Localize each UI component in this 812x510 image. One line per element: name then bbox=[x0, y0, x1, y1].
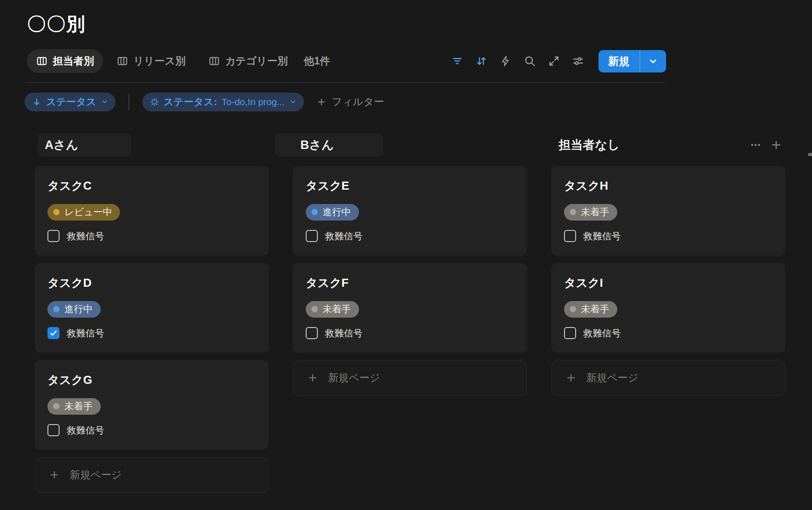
distress-checkbox-label: 救難信号 bbox=[67, 327, 104, 340]
toolbar-actions: 新規 bbox=[445, 50, 667, 72]
distress-checkbox[interactable] bbox=[564, 327, 576, 339]
filter-icon[interactable] bbox=[445, 51, 470, 71]
new-page-button[interactable]: 新規ページ bbox=[551, 360, 785, 396]
board-column: 担当者なし タスクH 未着手 救難信号 タスクI bbox=[551, 132, 785, 396]
task-title: タスクC bbox=[47, 178, 256, 194]
plus-icon bbox=[49, 469, 60, 480]
filter-divider bbox=[128, 94, 129, 110]
sort-pill-label: ステータス bbox=[46, 95, 96, 109]
view-toolbar: 担当者別 リリース別 カテゴリー別 他1件 bbox=[27, 49, 666, 73]
dots-icon bbox=[750, 139, 761, 151]
status-badge-label: 未着手 bbox=[581, 303, 609, 315]
distress-checkbox[interactable] bbox=[47, 424, 60, 436]
status-dot-icon bbox=[570, 209, 576, 215]
task-title: タスクI bbox=[564, 275, 773, 291]
board: Aさん タスクC レビュー中 救難信号 タスクD bbox=[0, 111, 812, 493]
column-header: 担当者なし bbox=[551, 132, 785, 158]
status-filter-prefix: ステータス: bbox=[164, 95, 217, 109]
sort-pill[interactable]: ステータス bbox=[25, 93, 115, 111]
page-header: 〇〇別 担当者別 リリース別 カテゴリー別 他1件 bbox=[0, 0, 812, 73]
board-column: Bさん タスクE 進行中 救難信号 タスクF bbox=[293, 132, 527, 396]
column-title: Bさん bbox=[275, 133, 383, 157]
add-filter-button[interactable]: フィルター bbox=[316, 95, 384, 109]
search-icon[interactable] bbox=[518, 51, 542, 71]
status-badge[interactable]: 未着手 bbox=[564, 301, 617, 318]
column-actions bbox=[747, 137, 785, 153]
distress-checkbox-label: 救難信号 bbox=[583, 327, 621, 340]
view-tabs: 担当者別 リリース別 カテゴリー別 bbox=[27, 49, 297, 73]
column-title: Aさん bbox=[38, 133, 131, 157]
status-dot-icon bbox=[570, 306, 576, 312]
distress-checkbox[interactable] bbox=[306, 327, 318, 339]
new-page-button[interactable]: 新規ページ bbox=[293, 360, 527, 396]
new-page-label: 新規ページ bbox=[70, 468, 122, 482]
distress-checkbox-label: 救難信号 bbox=[67, 424, 104, 437]
column-more-icon[interactable] bbox=[747, 137, 765, 153]
board-page: 〇〇別 担当者別 リリース別 カテゴリー別 他1件 bbox=[0, 0, 812, 510]
status-dot-icon bbox=[53, 209, 60, 215]
status-badge-label: 進行中 bbox=[323, 206, 351, 218]
status-dot-icon bbox=[312, 306, 318, 312]
plus-icon bbox=[307, 372, 318, 383]
checkbox-row: 救難信号 bbox=[47, 424, 256, 437]
view-tab-label: 担当者別 bbox=[53, 54, 94, 68]
more-views-button[interactable]: 他1件 bbox=[304, 54, 330, 68]
toolbar-divider bbox=[26, 82, 665, 83]
view-tab-1[interactable]: リリース別 bbox=[107, 49, 195, 73]
new-button[interactable]: 新規 bbox=[598, 50, 667, 72]
status-badge[interactable]: 進行中 bbox=[47, 301, 101, 318]
checkbox-row: 救難信号 bbox=[564, 230, 773, 242]
tune-icon[interactable] bbox=[566, 51, 590, 71]
expand-icon[interactable] bbox=[542, 51, 566, 71]
in-progress-spinner-icon bbox=[150, 97, 159, 107]
task-title: タスクG bbox=[47, 372, 256, 388]
board-view-icon bbox=[208, 55, 220, 67]
task-card[interactable]: タスクE 進行中 救難信号 bbox=[293, 166, 527, 255]
new-button-label[interactable]: 新規 bbox=[598, 50, 640, 72]
arrow-down-icon bbox=[32, 97, 42, 107]
status-badge-label: レビュー中 bbox=[64, 206, 112, 218]
column-header: Aさん bbox=[35, 132, 269, 158]
new-page-button[interactable]: 新規ページ bbox=[35, 457, 269, 493]
task-title: タスクH bbox=[564, 178, 773, 194]
status-dot-icon bbox=[312, 209, 318, 215]
board-view-icon bbox=[36, 55, 48, 67]
task-card[interactable]: タスクG 未着手 救難信号 bbox=[35, 360, 269, 450]
column-cards: タスクE 進行中 救難信号 タスクF 未着手 救難信号 bbox=[293, 166, 527, 353]
status-badge[interactable]: 進行中 bbox=[306, 204, 359, 221]
status-badge[interactable]: 未着手 bbox=[306, 301, 359, 318]
sort-icon[interactable] bbox=[470, 51, 494, 71]
column-add-icon[interactable] bbox=[767, 137, 785, 153]
task-card[interactable]: タスクI 未着手 救難信号 bbox=[551, 263, 785, 353]
distress-checkbox[interactable] bbox=[564, 230, 576, 242]
status-filter-pill[interactable]: ステータス: To-do,In prog... bbox=[142, 93, 304, 111]
task-card[interactable]: タスクF 未着手 救難信号 bbox=[293, 263, 527, 353]
column-cards: タスクC レビュー中 救難信号 タスクD 進行中 救難信号 タスクG 未 bbox=[35, 166, 269, 450]
task-card[interactable]: タスクD 進行中 救難信号 bbox=[35, 263, 269, 353]
status-badge[interactable]: レビュー中 bbox=[47, 204, 120, 221]
task-card[interactable]: タスクH 未着手 救難信号 bbox=[551, 166, 785, 255]
checkbox-row: 救難信号 bbox=[47, 230, 256, 242]
status-badge[interactable]: 未着手 bbox=[47, 398, 101, 415]
chevron-down-icon[interactable] bbox=[640, 50, 666, 72]
task-card[interactable]: タスクC レビュー中 救難信号 bbox=[35, 166, 269, 255]
view-tab-2[interactable]: カテゴリー別 bbox=[199, 49, 297, 73]
new-page-label: 新規ページ bbox=[586, 371, 638, 385]
status-badge[interactable]: 未着手 bbox=[564, 204, 617, 221]
status-dot-icon bbox=[53, 403, 60, 409]
distress-checkbox[interactable] bbox=[47, 230, 60, 242]
zap-icon[interactable] bbox=[494, 51, 518, 71]
board-column: Aさん タスクC レビュー中 救難信号 タスクD bbox=[35, 132, 269, 493]
checkbox-row: 救難信号 bbox=[306, 230, 514, 242]
plus-icon bbox=[565, 372, 577, 383]
status-filter-value: To-do,In prog... bbox=[222, 97, 285, 107]
distress-checkbox-label: 救難信号 bbox=[67, 230, 104, 242]
view-tab-0[interactable]: 担当者別 bbox=[27, 49, 103, 73]
status-dot-icon bbox=[53, 306, 60, 312]
distress-checkbox[interactable] bbox=[47, 327, 60, 339]
task-title: タスクE bbox=[306, 178, 514, 194]
distress-checkbox[interactable] bbox=[306, 230, 318, 242]
offscreen-column-peek bbox=[808, 153, 812, 156]
page-title: 〇〇別 bbox=[27, 12, 812, 37]
plus-icon bbox=[316, 97, 326, 107]
